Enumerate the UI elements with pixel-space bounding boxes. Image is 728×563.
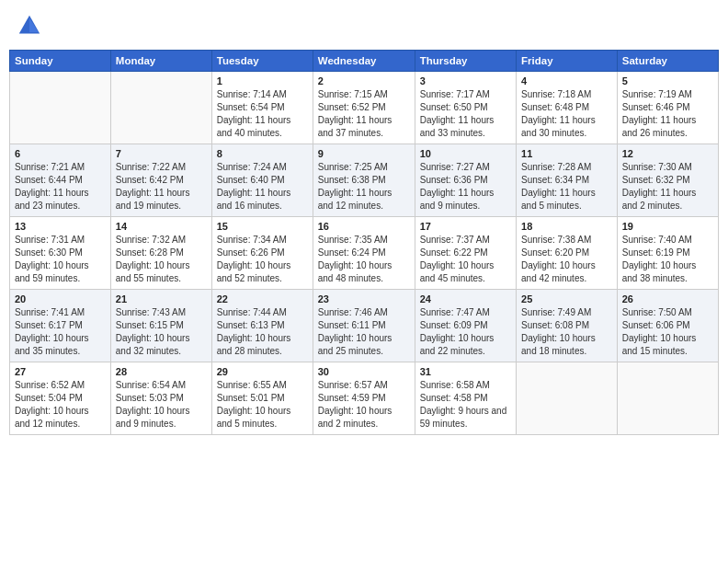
day-number: 1	[217, 75, 308, 86]
day-info: Sunrise: 7:18 AMSunset: 6:48 PMDaylight:…	[521, 88, 612, 140]
day-info: Sunrise: 7:44 AMSunset: 6:13 PMDaylight:…	[217, 306, 308, 358]
day-number: 30	[318, 366, 410, 377]
calendar-cell: 25Sunrise: 7:49 AMSunset: 6:08 PMDayligh…	[517, 290, 618, 362]
day-info: Sunrise: 7:31 AMSunset: 6:30 PMDaylight:…	[15, 234, 106, 285]
calendar-header-row: SundayMondayTuesdayWednesdayThursdayFrid…	[10, 51, 719, 72]
calendar-cell: 4Sunrise: 7:18 AMSunset: 6:48 PMDaylight…	[517, 72, 618, 144]
day-number: 19	[622, 221, 713, 232]
day-info: Sunrise: 6:55 AMSunset: 5:01 PMDaylight:…	[217, 379, 308, 431]
day-number: 13	[15, 221, 106, 232]
calendar-cell: 28Sunrise: 6:54 AMSunset: 5:03 PMDayligh…	[110, 362, 211, 435]
day-of-week-header: Sunday	[10, 51, 111, 72]
day-number: 2	[318, 75, 410, 86]
day-number: 24	[420, 293, 511, 304]
calendar-cell: 19Sunrise: 7:40 AMSunset: 6:19 PMDayligh…	[617, 217, 718, 290]
day-number: 8	[217, 148, 308, 159]
day-info: Sunrise: 7:28 AMSunset: 6:34 PMDaylight:…	[521, 161, 612, 213]
calendar-cell: 22Sunrise: 7:44 AMSunset: 6:13 PMDayligh…	[211, 290, 313, 362]
day-number: 22	[217, 293, 308, 304]
calendar-cell: 5Sunrise: 7:19 AMSunset: 6:46 PMDaylight…	[617, 72, 718, 144]
day-of-week-header: Friday	[517, 51, 618, 72]
calendar-cell	[110, 72, 211, 144]
calendar-cell: 27Sunrise: 6:52 AMSunset: 5:04 PMDayligh…	[10, 362, 111, 435]
calendar-cell: 7Sunrise: 7:22 AMSunset: 6:42 PMDaylight…	[110, 144, 211, 217]
day-info: Sunrise: 7:41 AMSunset: 6:17 PMDaylight:…	[15, 306, 106, 358]
day-number: 10	[420, 148, 511, 159]
day-info: Sunrise: 7:47 AMSunset: 6:09 PMDaylight:…	[420, 306, 511, 358]
calendar-cell: 31Sunrise: 6:58 AMSunset: 4:58 PMDayligh…	[415, 362, 516, 435]
calendar-week-row: 27Sunrise: 6:52 AMSunset: 5:04 PMDayligh…	[10, 362, 719, 435]
day-number: 7	[116, 148, 207, 159]
day-number: 28	[116, 366, 207, 377]
day-of-week-header: Monday	[110, 51, 211, 72]
day-info: Sunrise: 6:52 AMSunset: 5:04 PMDaylight:…	[15, 379, 106, 431]
calendar-cell: 11Sunrise: 7:28 AMSunset: 6:34 PMDayligh…	[517, 144, 618, 217]
day-info: Sunrise: 7:21 AMSunset: 6:44 PMDaylight:…	[15, 161, 106, 213]
calendar-cell: 1Sunrise: 7:14 AMSunset: 6:54 PMDaylight…	[211, 72, 313, 144]
calendar-cell: 24Sunrise: 7:47 AMSunset: 6:09 PMDayligh…	[415, 290, 516, 362]
calendar-cell	[517, 362, 618, 435]
header	[9, 9, 719, 42]
day-number: 21	[116, 293, 207, 304]
day-info: Sunrise: 7:14 AMSunset: 6:54 PMDaylight:…	[217, 88, 308, 140]
day-of-week-header: Wednesday	[313, 51, 415, 72]
day-number: 25	[521, 293, 612, 304]
day-number: 11	[521, 148, 612, 159]
day-number: 15	[217, 221, 308, 232]
calendar-cell: 9Sunrise: 7:25 AMSunset: 6:38 PMDaylight…	[313, 144, 415, 217]
logo	[17, 13, 46, 39]
calendar-table: SundayMondayTuesdayWednesdayThursdayFrid…	[9, 50, 719, 435]
calendar-week-row: 13Sunrise: 7:31 AMSunset: 6:30 PMDayligh…	[10, 217, 719, 290]
calendar-cell: 26Sunrise: 7:50 AMSunset: 6:06 PMDayligh…	[617, 290, 718, 362]
calendar-week-row: 20Sunrise: 7:41 AMSunset: 6:17 PMDayligh…	[10, 290, 719, 362]
calendar-cell: 2Sunrise: 7:15 AMSunset: 6:52 PMDaylight…	[313, 72, 415, 144]
calendar-cell	[617, 362, 718, 435]
day-info: Sunrise: 7:15 AMSunset: 6:52 PMDaylight:…	[318, 88, 410, 140]
day-number: 23	[318, 293, 410, 304]
calendar-cell: 8Sunrise: 7:24 AMSunset: 6:40 PMDaylight…	[211, 144, 313, 217]
calendar-cell: 29Sunrise: 6:55 AMSunset: 5:01 PMDayligh…	[211, 362, 313, 435]
day-of-week-header: Thursday	[415, 51, 516, 72]
calendar-cell: 15Sunrise: 7:34 AMSunset: 6:26 PMDayligh…	[211, 217, 313, 290]
day-number: 31	[420, 366, 511, 377]
day-info: Sunrise: 7:34 AMSunset: 6:26 PMDaylight:…	[217, 234, 308, 285]
day-info: Sunrise: 7:27 AMSunset: 6:36 PMDaylight:…	[420, 161, 511, 213]
day-info: Sunrise: 7:40 AMSunset: 6:19 PMDaylight:…	[622, 234, 713, 285]
day-info: Sunrise: 6:58 AMSunset: 4:58 PMDaylight:…	[420, 379, 511, 431]
day-info: Sunrise: 7:19 AMSunset: 6:46 PMDaylight:…	[622, 88, 713, 140]
day-number: 14	[116, 221, 207, 232]
day-number: 20	[15, 293, 106, 304]
day-info: Sunrise: 7:35 AMSunset: 6:24 PMDaylight:…	[318, 234, 410, 285]
calendar-week-row: 1Sunrise: 7:14 AMSunset: 6:54 PMDaylight…	[10, 72, 719, 144]
day-number: 3	[420, 75, 511, 86]
calendar-cell: 12Sunrise: 7:30 AMSunset: 6:32 PMDayligh…	[617, 144, 718, 217]
day-info: Sunrise: 7:17 AMSunset: 6:50 PMDaylight:…	[420, 88, 511, 140]
day-info: Sunrise: 7:30 AMSunset: 6:32 PMDaylight:…	[622, 161, 713, 213]
day-number: 9	[318, 148, 410, 159]
day-info: Sunrise: 7:49 AMSunset: 6:08 PMDaylight:…	[521, 306, 612, 358]
calendar-cell: 21Sunrise: 7:43 AMSunset: 6:15 PMDayligh…	[110, 290, 211, 362]
day-info: Sunrise: 7:37 AMSunset: 6:22 PMDaylight:…	[420, 234, 511, 285]
day-of-week-header: Tuesday	[211, 51, 313, 72]
calendar-cell: 13Sunrise: 7:31 AMSunset: 6:30 PMDayligh…	[10, 217, 111, 290]
day-info: Sunrise: 7:22 AMSunset: 6:42 PMDaylight:…	[116, 161, 207, 213]
day-info: Sunrise: 7:25 AMSunset: 6:38 PMDaylight:…	[318, 161, 410, 213]
day-info: Sunrise: 7:32 AMSunset: 6:28 PMDaylight:…	[116, 234, 207, 285]
calendar-cell: 16Sunrise: 7:35 AMSunset: 6:24 PMDayligh…	[313, 217, 415, 290]
day-info: Sunrise: 6:57 AMSunset: 4:59 PMDaylight:…	[318, 379, 410, 431]
page: SundayMondayTuesdayWednesdayThursdayFrid…	[0, 0, 728, 563]
day-number: 12	[622, 148, 713, 159]
calendar-cell: 18Sunrise: 7:38 AMSunset: 6:20 PMDayligh…	[517, 217, 618, 290]
day-number: 6	[15, 148, 106, 159]
calendar-week-row: 6Sunrise: 7:21 AMSunset: 6:44 PMDaylight…	[10, 144, 719, 217]
logo-icon	[17, 13, 42, 39]
day-number: 29	[217, 366, 308, 377]
day-number: 26	[622, 293, 713, 304]
day-info: Sunrise: 7:24 AMSunset: 6:40 PMDaylight:…	[217, 161, 308, 213]
calendar-cell: 3Sunrise: 7:17 AMSunset: 6:50 PMDaylight…	[415, 72, 516, 144]
day-number: 18	[521, 221, 612, 232]
day-number: 17	[420, 221, 511, 232]
calendar-cell: 23Sunrise: 7:46 AMSunset: 6:11 PMDayligh…	[313, 290, 415, 362]
day-number: 27	[15, 366, 106, 377]
day-info: Sunrise: 7:43 AMSunset: 6:15 PMDaylight:…	[116, 306, 207, 358]
